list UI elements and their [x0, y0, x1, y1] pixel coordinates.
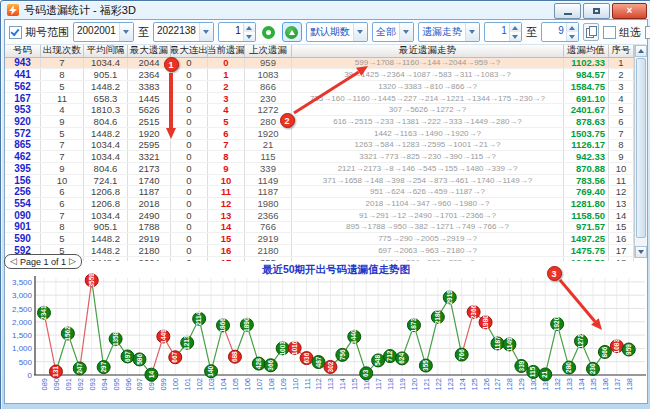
next-page-button[interactable]: ▷ [69, 256, 76, 267]
period-from-select[interactable]: 2002001 [73, 22, 134, 42]
cell-avg-gap: 724.1 [84, 175, 128, 186]
chart-point: 131 [49, 365, 62, 378]
column-header-trend[interactable]: 最近遗漏走势 [292, 45, 564, 58]
minimize-button[interactable] [554, 3, 581, 19]
scope-select[interactable]: 全部 [372, 22, 414, 42]
cell-last-miss: 2180 [245, 245, 292, 256]
prev-page-button[interactable]: ◁ [10, 256, 17, 267]
cell-count: 8 [41, 222, 84, 233]
cell-trend: 91→291→12→2490→1701→2366→? [292, 210, 564, 221]
table-row[interactable]: 57251448.219200619201442→1163→1490→1920→… [5, 128, 634, 140]
period-to-select[interactable]: 2022138 [153, 22, 214, 42]
svg-text:688: 688 [231, 351, 238, 362]
chart-point: 1272 [575, 334, 588, 349]
table-row[interactable]: 4418905.1236401108339→1425→2364→1087→583… [5, 69, 634, 81]
column-header-index[interactable]: 序号 [609, 45, 634, 58]
column-header-avg-gap[interactable]: 平均间隔 [84, 45, 128, 58]
chart-point: 2919 [443, 290, 456, 305]
table-scrollbar[interactable] [634, 45, 647, 258]
cell-max-miss: 1788 [128, 222, 171, 233]
cell-max-streak: 0 [171, 151, 208, 162]
cell-current-miss: 5 [208, 116, 245, 127]
svg-text:140: 140 [207, 365, 214, 376]
to-label-2: 至 [526, 25, 537, 40]
cell-mean: 1158.50 [564, 210, 609, 221]
svg-text:2,000: 2,000 [12, 318, 33, 327]
table-row[interactable]: 55461206.8201801219802018→1104→347→960→1… [5, 198, 634, 210]
number-end-spinner[interactable]: 9 [541, 22, 579, 42]
cell-avg-gap: 1206.8 [84, 186, 128, 197]
cell-last-miss: 1187 [245, 186, 292, 197]
scroll-thumb[interactable] [636, 58, 646, 238]
table-row[interactable]: 16711658.3144503230735→160→1160→1445→227… [5, 93, 634, 105]
cell-count: 9 [41, 163, 84, 174]
cell-max-streak: 0 [171, 116, 208, 127]
chart-point: 1449 [157, 329, 170, 344]
cell-count: 5 [41, 233, 84, 244]
cell-trend: 2018→1104→347→960→1980→? [292, 198, 564, 209]
svg-text:1083: 1083 [613, 339, 620, 354]
column-header-max-streak[interactable]: 最大连出 [171, 45, 208, 58]
spinner-arrows-icon[interactable] [509, 23, 521, 41]
go-up-icon-button[interactable] [282, 22, 302, 42]
avg-checkbox[interactable]: 均减 [645, 25, 650, 40]
chart-point: 1358 [109, 331, 122, 346]
table-row[interactable]: 9209804.6251505280616→2515→233→1381→222→… [5, 116, 634, 128]
period-range-checkbox[interactable]: 期号范围 [9, 25, 69, 40]
step-spinner[interactable]: 1 [218, 22, 256, 42]
preset-period-select[interactable]: 默认期数 [306, 22, 368, 42]
spinner-arrows-icon[interactable] [243, 23, 255, 41]
up-arrow-icon [638, 49, 644, 53]
close-button[interactable]: × [612, 3, 647, 19]
maximize-button[interactable] [583, 3, 610, 19]
column-header-current-miss[interactable]: 当前遗漏 [208, 45, 245, 58]
cell-max-miss: 2180 [128, 245, 171, 256]
table-row[interactable]: 95341810.35626041272307→5626→1272→?2401.… [5, 104, 634, 116]
table-row[interactable]: 94371034.4204400959599→1708→1160→144→204… [5, 58, 634, 70]
group-select-checkbox[interactable]: 组选 [603, 25, 641, 40]
svg-text:106: 106 [243, 378, 252, 391]
cell-mean: 878.63 [564, 116, 609, 127]
svg-text:63: 63 [362, 369, 369, 377]
table-row[interactable]: 46271034.43321081153321→773→825→230→390→… [5, 151, 634, 163]
table-row[interactable]: 59051448.229190152919775→290→2005→2919→?… [5, 233, 634, 245]
svg-text:366: 366 [267, 359, 274, 370]
chart-point: 1003 [276, 341, 289, 356]
svg-text:092: 092 [76, 378, 85, 391]
copy-button[interactable] [583, 23, 599, 41]
column-header-count[interactable]: 出现次数 [41, 45, 84, 58]
svg-text:123: 123 [446, 378, 455, 391]
table-row[interactable]: 59251448.221800162180697→2063→963→2180→?… [5, 245, 634, 257]
table-row[interactable]: 9018905.11788014766895→1788→950→382→1271… [5, 222, 634, 234]
cell-current-miss: 15 [208, 233, 245, 244]
svg-text:2,500: 2,500 [12, 305, 33, 314]
column-header-mean[interactable]: 遗漏均值 [564, 45, 609, 58]
window-title: 号码遗漏统计 - 福彩3D [24, 3, 136, 18]
table-row[interactable]: 56251448.23383028661320→3383→810→866→?15… [5, 81, 634, 93]
cell-number: 554 [5, 198, 41, 209]
view-mode-select[interactable]: 遗漏走势 [418, 22, 480, 42]
svg-text:2366: 2366 [470, 304, 477, 319]
table-row[interactable]: 86571034.4259507211263→584→1283→2595→100… [5, 140, 634, 152]
cell-index: 12 [609, 186, 634, 197]
table-row[interactable]: 25661206.811870111187951→624→626→459→118… [5, 186, 634, 198]
chart-point: 1213 [181, 335, 194, 350]
svg-text:114: 114 [338, 378, 347, 390]
ring-icon-button[interactable] [260, 23, 278, 41]
pager: ◁ Page 1 of 1 ▷ [4, 254, 82, 269]
cell-index: 1 [609, 58, 634, 69]
scroll-up-button[interactable] [635, 45, 647, 57]
column-header-number[interactable]: 号码 [5, 45, 41, 58]
cell-last-miss: 866 [245, 81, 292, 92]
table-row[interactable]: 15610724.117400101149371→1658→148→398→25… [5, 175, 634, 187]
cell-number: 090 [5, 210, 41, 221]
cell-current-miss: 4 [208, 104, 245, 115]
column-header-max-miss[interactable]: 最大遗漏 [128, 45, 171, 58]
spinner-arrows-icon[interactable] [566, 23, 578, 41]
column-header-last-miss[interactable]: 上次遗漏 [245, 45, 292, 58]
svg-text:636: 636 [303, 352, 310, 363]
table-row[interactable]: 09071034.42490013236691→291→12→2490→1701… [5, 210, 634, 222]
number-start-spinner[interactable]: 1 [484, 22, 522, 42]
chart-point: 712 [384, 350, 397, 363]
table-row[interactable]: 3959804.62173093392121→2173→8→146→545→15… [5, 163, 634, 175]
